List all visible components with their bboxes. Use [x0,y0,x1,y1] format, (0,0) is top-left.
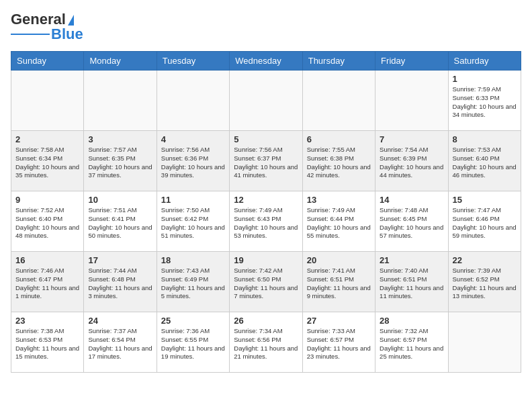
calendar-cell: 5Sunrise: 7:56 AMSunset: 6:37 PMDaylight… [230,131,302,191]
day-header-monday: Monday [84,52,157,71]
day-info: Sunrise: 7:47 AMSunset: 6:46 PMDaylight:… [453,206,517,240]
calendar-cell: 22Sunrise: 7:39 AMSunset: 6:52 PMDayligh… [448,252,521,312]
calendar-week-row: 23Sunrise: 7:38 AMSunset: 6:53 PMDayligh… [11,312,521,373]
day-info: Sunrise: 7:43 AMSunset: 6:49 PMDaylight:… [161,267,225,301]
calendar-week-row: 9Sunrise: 7:52 AMSunset: 6:40 PMDaylight… [11,191,521,252]
calendar-cell: 3Sunrise: 7:57 AMSunset: 6:35 PMDaylight… [84,131,157,191]
day-info: Sunrise: 7:55 AMSunset: 6:38 PMDaylight:… [307,146,371,180]
day-number: 7 [380,134,443,144]
calendar-cell: 14Sunrise: 7:48 AMSunset: 6:45 PMDayligh… [375,191,448,252]
day-info: Sunrise: 7:42 AMSunset: 6:50 PMDaylight:… [234,267,298,301]
day-info: Sunrise: 7:44 AMSunset: 6:48 PMDaylight:… [88,267,152,301]
calendar-cell: 16Sunrise: 7:46 AMSunset: 6:47 PMDayligh… [11,252,84,312]
day-number: 10 [88,195,152,205]
day-info: Sunrise: 7:36 AMSunset: 6:55 PMDaylight:… [161,327,225,361]
day-info: Sunrise: 7:32 AMSunset: 6:57 PMDaylight:… [380,327,443,361]
day-number: 14 [380,195,443,205]
calendar-cell: 26Sunrise: 7:34 AMSunset: 6:56 PMDayligh… [230,312,302,373]
day-header-friday: Friday [375,52,448,71]
day-header-thursday: Thursday [302,52,375,71]
day-number: 12 [234,195,298,205]
day-info: Sunrise: 7:46 AMSunset: 6:47 PMDaylight:… [15,267,79,301]
day-info: Sunrise: 7:56 AMSunset: 6:36 PMDaylight:… [161,146,225,180]
calendar-cell: 7Sunrise: 7:54 AMSunset: 6:39 PMDaylight… [375,131,448,191]
day-info: Sunrise: 7:58 AMSunset: 6:34 PMDaylight:… [15,146,79,180]
day-number: 24 [88,316,152,326]
day-number: 19 [234,255,298,265]
calendar-cell: 24Sunrise: 7:37 AMSunset: 6:54 PMDayligh… [84,312,157,373]
calendar-cell: 11Sunrise: 7:50 AMSunset: 6:42 PMDayligh… [157,191,229,252]
page-header: General Blue [11,11,521,43]
day-number: 16 [15,255,79,265]
calendar-cell [302,71,375,131]
calendar-cell: 13Sunrise: 7:49 AMSunset: 6:44 PMDayligh… [302,191,375,252]
day-info: Sunrise: 7:38 AMSunset: 6:53 PMDaylight:… [15,327,79,361]
logo: General Blue [11,11,83,43]
day-number: 13 [307,195,371,205]
day-info: Sunrise: 7:49 AMSunset: 6:44 PMDaylight:… [307,206,371,240]
calendar-cell [84,71,157,131]
day-info: Sunrise: 7:34 AMSunset: 6:56 PMDaylight:… [234,327,298,361]
day-info: Sunrise: 7:41 AMSunset: 6:51 PMDaylight:… [307,267,371,301]
day-number: 20 [307,255,371,265]
day-number: 15 [453,195,517,205]
calendar-week-row: 16Sunrise: 7:46 AMSunset: 6:47 PMDayligh… [11,252,521,312]
day-info: Sunrise: 7:37 AMSunset: 6:54 PMDaylight:… [88,327,152,361]
day-number: 28 [380,316,443,326]
day-number: 9 [15,195,79,205]
calendar-cell: 21Sunrise: 7:40 AMSunset: 6:51 PMDayligh… [375,252,448,312]
logo-underline [11,34,50,35]
calendar-cell: 2Sunrise: 7:58 AMSunset: 6:34 PMDaylight… [11,131,84,191]
logo-blue: Blue [51,26,83,43]
day-info: Sunrise: 7:59 AMSunset: 6:33 PMDaylight:… [453,85,517,120]
day-number: 22 [453,255,517,265]
day-number: 17 [88,255,152,265]
day-info: Sunrise: 7:49 AMSunset: 6:43 PMDaylight:… [234,206,298,240]
day-info: Sunrise: 7:54 AMSunset: 6:39 PMDaylight:… [380,146,443,180]
day-info: Sunrise: 7:57 AMSunset: 6:35 PMDaylight:… [88,146,152,180]
day-info: Sunrise: 7:39 AMSunset: 6:52 PMDaylight:… [453,267,517,301]
calendar-cell: 4Sunrise: 7:56 AMSunset: 6:36 PMDaylight… [157,131,229,191]
day-info: Sunrise: 7:50 AMSunset: 6:42 PMDaylight:… [161,206,225,240]
day-number: 5 [234,134,298,144]
calendar-cell: 15Sunrise: 7:47 AMSunset: 6:46 PMDayligh… [448,191,521,252]
calendar-cell: 1Sunrise: 7:59 AMSunset: 6:33 PMDaylight… [448,71,521,131]
calendar-cell: 28Sunrise: 7:32 AMSunset: 6:57 PMDayligh… [375,312,448,373]
day-number: 25 [161,316,225,326]
day-info: Sunrise: 7:53 AMSunset: 6:40 PMDaylight:… [453,146,517,180]
day-header-wednesday: Wednesday [230,52,302,71]
calendar-week-row: 1Sunrise: 7:59 AMSunset: 6:33 PMDaylight… [11,71,521,131]
calendar-cell: 25Sunrise: 7:36 AMSunset: 6:55 PMDayligh… [157,312,229,373]
calendar-cell [230,71,302,131]
calendar-cell [375,71,448,131]
day-number: 21 [380,255,443,265]
calendar-cell: 20Sunrise: 7:41 AMSunset: 6:51 PMDayligh… [302,252,375,312]
day-number: 6 [307,134,371,144]
day-info: Sunrise: 7:33 AMSunset: 6:57 PMDaylight:… [307,327,371,361]
day-info: Sunrise: 7:51 AMSunset: 6:41 PMDaylight:… [88,206,152,240]
day-number: 4 [161,134,225,144]
calendar-table: SundayMondayTuesdayWednesdayThursdayFrid… [11,51,521,373]
day-number: 18 [161,255,225,265]
calendar-week-row: 2Sunrise: 7:58 AMSunset: 6:34 PMDaylight… [11,131,521,191]
calendar-cell [11,71,84,131]
day-header-saturday: Saturday [448,52,521,71]
day-number: 23 [15,316,79,326]
day-info: Sunrise: 7:56 AMSunset: 6:37 PMDaylight:… [234,146,298,180]
calendar-cell: 12Sunrise: 7:49 AMSunset: 6:43 PMDayligh… [230,191,302,252]
logo-triangle-icon [68,15,74,26]
calendar-cell: 17Sunrise: 7:44 AMSunset: 6:48 PMDayligh… [84,252,157,312]
calendar-cell: 10Sunrise: 7:51 AMSunset: 6:41 PMDayligh… [84,191,157,252]
calendar-cell [448,312,521,373]
day-number: 2 [15,134,79,144]
calendar-header-row: SundayMondayTuesdayWednesdayThursdayFrid… [11,52,521,71]
day-number: 26 [234,316,298,326]
day-number: 8 [453,134,517,144]
day-header-tuesday: Tuesday [157,52,229,71]
day-number: 3 [88,134,152,144]
day-number: 27 [307,316,371,326]
calendar-cell: 23Sunrise: 7:38 AMSunset: 6:53 PMDayligh… [11,312,84,373]
day-number: 11 [161,195,225,205]
calendar-cell: 19Sunrise: 7:42 AMSunset: 6:50 PMDayligh… [230,252,302,312]
calendar-cell: 18Sunrise: 7:43 AMSunset: 6:49 PMDayligh… [157,252,229,312]
